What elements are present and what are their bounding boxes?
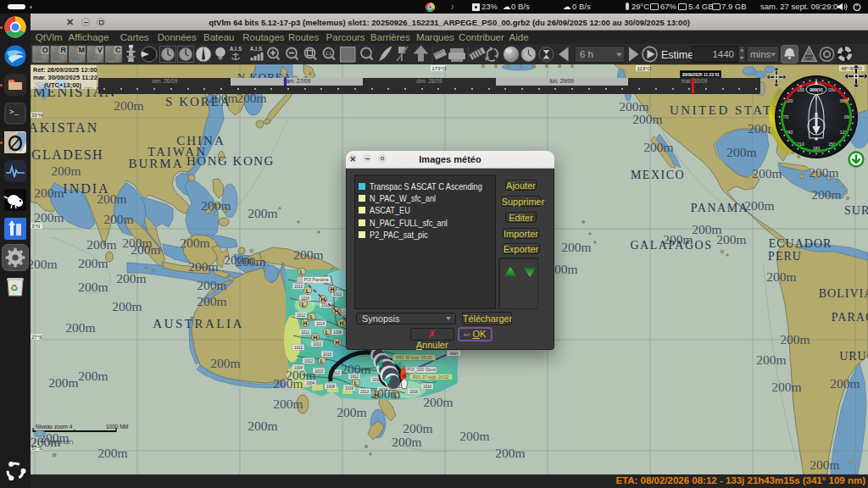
svg-text:V: V [97, 46, 103, 54]
svg-text:R50 30 sept. 05:20: R50 30 sept. 05:20 [396, 355, 431, 360]
svg-text:200m: 200m [31, 257, 58, 271]
svg-text:BOLIVIA: BOLIVIA [819, 287, 868, 300]
svg-text:200m: 200m [34, 186, 64, 200]
svg-text:1012: 1012 [301, 330, 310, 335]
svg-text:L: L [300, 269, 304, 275]
svg-text:1008: 1008 [326, 385, 336, 389]
svg-text:1016: 1016 [409, 390, 419, 394]
svg-text:200m: 200m [97, 446, 127, 460]
svg-text:33°N: 33°N [31, 113, 42, 118]
svg-text:113°O: 113°O [637, 66, 652, 71]
svg-text:200m: 200m [403, 421, 432, 435]
svg-text:200m: 200m [86, 237, 116, 252]
svg-text:1010: 1010 [313, 342, 322, 347]
svg-text:1012: 1012 [333, 292, 342, 297]
svg-text:200m: 200m [780, 332, 810, 347]
svg-text:GALAPAGOS: GALAPAGOS [630, 239, 712, 252]
svg-text:URUG: URUG [839, 350, 868, 363]
svg-text:L: L [310, 314, 314, 320]
svg-text:200m: 200m [273, 396, 303, 411]
svg-text:mar. 30/09/2025 11:22: mar. 30/09/2025 11:22 [33, 74, 97, 81]
svg-text:1013: 1013 [294, 285, 303, 289]
svg-text:L: L [306, 288, 310, 294]
svg-text:1012: 1012 [294, 346, 303, 350]
svg-text:POI Pandora: POI Pandora [304, 277, 329, 282]
svg-text:H: H [339, 320, 343, 326]
svg-text:1016: 1016 [301, 297, 310, 301]
svg-text:R01 27 sept. 03:22: R01 27 sept. 03:22 [413, 374, 448, 380]
svg-text:200m: 200m [197, 278, 226, 292]
svg-text:200m: 200m [495, 446, 525, 460]
svg-text:200m: 200m [210, 356, 240, 370]
svg-text:M: M [79, 46, 86, 54]
svg-text:200m: 200m [632, 112, 662, 126]
svg-text:H: H [303, 320, 307, 326]
svg-text:173°O: 173°O [432, 66, 447, 71]
svg-text:(UTC+13:00): (UTC+13:00) [44, 81, 81, 89]
svg-text:200m: 200m [78, 256, 108, 270]
svg-text:200m: 200m [643, 140, 673, 154]
svg-text:200m: 200m [78, 280, 108, 294]
svg-text:200m: 200m [114, 98, 143, 113]
svg-text:48°-53°O: 48°-53°O [841, 66, 862, 71]
svg-text:200m: 200m [810, 458, 839, 472]
svg-text:A.I.S: A.I.S [230, 46, 242, 52]
svg-text:1000 NM: 1000 NM [106, 424, 128, 430]
svg-text:1012: 1012 [304, 359, 314, 363]
svg-text:200m: 200m [51, 164, 81, 178]
svg-text:O: O [42, 46, 48, 54]
svg-text:Estime: Estime [661, 49, 693, 61]
svg-text:INDIA: INDIA [63, 181, 109, 196]
svg-text:>_: >_ [9, 108, 19, 117]
svg-text:27°S: 27°S [31, 335, 42, 340]
svg-text:200m: 200m [48, 375, 78, 390]
svg-text:1010: 1010 [323, 352, 332, 357]
svg-text:1440: 1440 [712, 49, 734, 59]
svg-text:200m: 200m [766, 269, 796, 284]
svg-text:H: H [313, 335, 317, 341]
svg-text:1016: 1016 [345, 386, 354, 391]
svg-text:350: 350 [814, 115, 819, 119]
svg-text:200m: 200m [236, 254, 265, 269]
svg-text:HONG KONG: HONG KONG [186, 154, 275, 168]
svg-text:200m: 200m [131, 242, 160, 257]
svg-text:H: H [335, 340, 339, 346]
svg-text:1014: 1014 [316, 322, 326, 326]
svg-text:1:1: 1:1 [326, 51, 332, 56]
svg-text:SURI: SURI [844, 204, 868, 217]
svg-text:6 h: 6 h [580, 49, 593, 59]
svg-text:200m: 200m [286, 368, 315, 382]
svg-text:200m: 200m [811, 187, 841, 202]
svg-text:200m: 200m [752, 166, 782, 180]
svg-text:PANAMA: PANAMA [691, 202, 748, 214]
svg-text:200m: 200m [65, 320, 95, 335]
svg-text:200m: 200m [248, 206, 277, 220]
svg-text:200m: 200m [716, 232, 746, 247]
svg-text:200m: 200m [112, 299, 142, 313]
svg-text:C: C [115, 46, 121, 54]
svg-text:200m: 200m [830, 376, 860, 391]
svg-text:L: L [302, 302, 306, 308]
svg-text:MEXICO: MEXICO [631, 169, 685, 181]
svg-text:POI_020 Opua: POI_020 Opua [407, 367, 436, 372]
svg-text:200m: 200m [188, 259, 218, 274]
svg-text:ECUADOR: ECUADOR [769, 237, 832, 250]
svg-text:Niveau zoom 4: Niveau zoom 4 [36, 424, 73, 430]
svg-text:(48°23"132"): (48°23"132") [49, 440, 74, 445]
svg-text:200m: 200m [561, 240, 591, 254]
svg-text:200m: 200m [392, 435, 421, 449]
svg-text:200m: 200m [116, 271, 146, 286]
svg-text:200m: 200m [459, 429, 489, 443]
svg-text:mins: mins [750, 49, 771, 59]
svg-text:200m: 200m [201, 198, 231, 213]
svg-text:200m: 200m [78, 369, 108, 383]
svg-text:200m: 200m [293, 247, 323, 262]
svg-text:200m: 200m [744, 198, 774, 213]
svg-text:PERU: PERU [768, 250, 802, 263]
svg-text:NGLADESH: NGLADESH [31, 147, 103, 162]
svg-text:A.I.S: A.I.S [250, 46, 263, 52]
svg-text:H: H [330, 286, 334, 292]
svg-text:R: R [61, 46, 67, 54]
svg-text:200m: 200m [180, 236, 209, 250]
svg-text:AUSTRALIA: AUSTRALIA [153, 317, 244, 330]
